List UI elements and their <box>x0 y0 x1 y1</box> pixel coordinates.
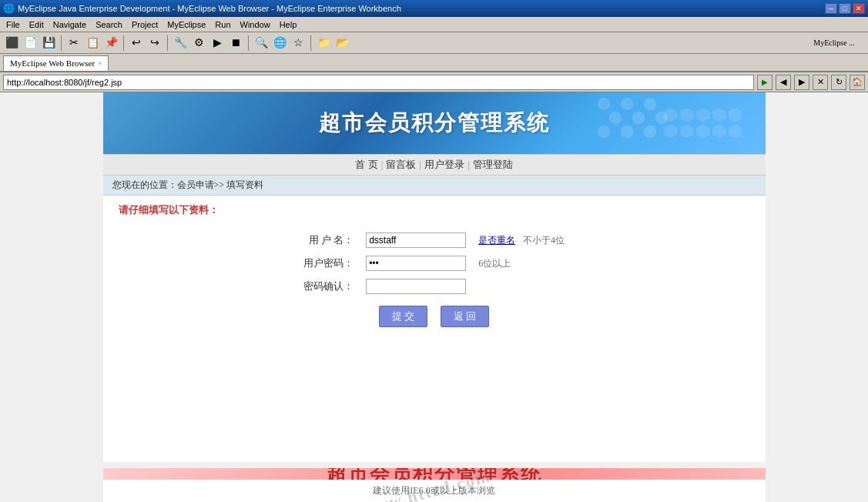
toolbar-btn-8[interactable]: ↪ <box>146 35 163 52</box>
nav-login[interactable]: 用户登录 <box>424 158 464 172</box>
toolbar-btn-9[interactable]: 🔧 <box>172 35 189 52</box>
nav-forward-button[interactable]: ▶ <box>794 75 809 90</box>
menu-file[interactable]: File <box>2 19 25 30</box>
menu-project[interactable]: Project <box>127 19 163 30</box>
browser-tab[interactable]: MyEclipse Web Browser × <box>3 55 109 71</box>
webpage: 超市会员积分管理系统 首 页 | 留言板 | 用户登录 | 管理登陆 您现在的位… <box>103 92 766 462</box>
titlebar-title: MyEclipse Java Enterprise Development - … <box>18 4 825 13</box>
tab-label: MyEclipse Web Browser <box>10 59 95 68</box>
toolbar-btn-13[interactable]: 🔍 <box>253 35 270 52</box>
footer-banner: ❀ ❀ 超市会员积分管理系统 <box>103 468 766 480</box>
back-button[interactable]: 返 回 <box>441 306 489 327</box>
toolbar-btn-7[interactable]: ↩ <box>128 35 145 52</box>
home-button[interactable]: 🏠 <box>850 75 865 90</box>
menu-myeclipse[interactable]: MyEclipse <box>163 19 210 30</box>
footer-text: 建议使用IE6.0或以上版本浏览 <box>373 485 494 496</box>
toolbar-btn-14[interactable]: 🌐 <box>271 35 288 52</box>
address-bar-input[interactable] <box>3 75 754 90</box>
nav-home[interactable]: 首 页 <box>355 158 377 172</box>
navigation-bar: 首 页 | 留言板 | 用户登录 | 管理登陆 <box>103 154 766 176</box>
browser-content: 超市会员积分管理系统 首 页 | 留言板 | 用户登录 | 管理登陆 您现在的位… <box>0 92 868 502</box>
footer-decoration-right: ❀ <box>724 468 750 472</box>
tab-close-button[interactable]: × <box>98 59 102 67</box>
stop-button[interactable]: ✕ <box>813 75 828 90</box>
confirm-label: 密码确认： <box>297 275 360 298</box>
menu-window[interactable]: Window <box>236 19 275 30</box>
titlebar-buttons: ─ □ ✕ <box>825 3 865 14</box>
toolbar-btn-16[interactable]: 📁 <box>315 35 332 52</box>
refresh-button[interactable]: ↻ <box>831 75 846 90</box>
maximize-button[interactable]: □ <box>839 3 851 14</box>
titlebar: 🌐 MyEclipse Java Enterprise Development … <box>0 0 868 17</box>
menu-navigate[interactable]: Navigate <box>49 19 91 30</box>
menu-search[interactable]: Search <box>91 19 127 30</box>
menu-run[interactable]: Run <box>210 19 235 30</box>
header-banner: 超市会员积分管理系统 <box>103 92 766 154</box>
close-button[interactable]: ✕ <box>853 3 865 14</box>
addressbar: ▶ ◀ ▶ ✕ ↻ 🏠 <box>0 72 868 92</box>
toolbar: ⬛ 📄 💾 ✂ 📋 📌 ↩ ↪ 🔧 ⚙ ▶ ⏹ 🔍 🌐 ☆ 📁 📂 MyEcli… <box>0 32 868 54</box>
footer-decoration-left: ❀ <box>119 476 145 480</box>
toolbar-btn-2[interactable]: 📄 <box>22 35 39 52</box>
submit-button[interactable]: 提 交 <box>379 306 427 327</box>
username-label: 用 户 名： <box>297 229 360 252</box>
form-table: 用 户 名： 是否重名 不小于4位 用户密码： <box>297 229 571 331</box>
password-note: 6位以上 <box>478 258 511 269</box>
titlebar-icon: 🌐 <box>3 3 15 14</box>
toolbar-btn-15[interactable]: ☆ <box>290 35 307 52</box>
breadcrumb-text: 您现在的位置：会员申请>> 填写资料 <box>112 179 264 190</box>
toolbar-btn-10[interactable]: ⚙ <box>190 35 207 52</box>
tabbar: MyEclipse Web Browser × <box>0 54 868 72</box>
password-label: 用户密码： <box>297 252 360 275</box>
page-title: 超市会员积分管理系统 <box>319 109 550 138</box>
page-footer: 建议使用IE6.0或以上版本浏览 <box>103 480 766 502</box>
toolbar-btn-11[interactable]: ▶ <box>209 35 226 52</box>
myeclipse-btn[interactable]: MyEclipse ... <box>803 35 865 52</box>
toolbar-btn-3[interactable]: 💾 <box>40 35 57 52</box>
breadcrumb: 您现在的位置：会员申请>> 填写资料 <box>103 176 766 196</box>
minimize-button[interactable]: ─ <box>825 3 837 14</box>
menu-edit[interactable]: Edit <box>25 19 49 30</box>
nav-guestbook[interactable]: 留言板 <box>386 158 416 172</box>
toolbar-btn-1[interactable]: ⬛ <box>3 35 20 52</box>
toolbar-btn-5[interactable]: 📋 <box>84 35 101 52</box>
password-input[interactable] <box>366 256 466 271</box>
form-section: 请仔细填写以下资料： www.httrd.com 用 户 名： 是否重名 不小于… <box>103 196 766 346</box>
toolbar-btn-6[interactable]: 📌 <box>102 35 119 52</box>
username-hint: 是否重名 <box>478 235 515 246</box>
toolbar-btn-12[interactable]: ⏹ <box>227 35 244 52</box>
toolbar-btn-4[interactable]: ✂ <box>65 35 82 52</box>
go-button[interactable]: ▶ <box>757 75 772 90</box>
form-header: 请仔细填写以下资料： <box>119 203 750 217</box>
nav-back-button[interactable]: ◀ <box>776 75 791 90</box>
nav-admin[interactable]: 管理登陆 <box>473 158 513 172</box>
toolbar-btn-17[interactable]: 📂 <box>333 35 350 52</box>
username-note: 不小于4位 <box>523 235 565 246</box>
menu-help[interactable]: Help <box>275 19 302 30</box>
menubar: File Edit Navigate Search Project MyEcli… <box>0 17 868 32</box>
username-input[interactable] <box>366 233 466 248</box>
confirm-input[interactable] <box>366 279 466 294</box>
footer-title: 超市会员积分管理系统 <box>327 468 542 480</box>
